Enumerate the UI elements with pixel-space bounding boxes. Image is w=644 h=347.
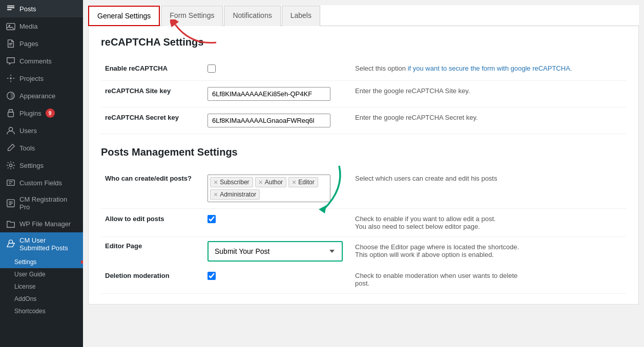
allow-edit-help: Check to enable if you want to allow edi…	[347, 209, 626, 237]
editor-page-label: Editor Page	[105, 242, 142, 250]
svg-rect-9	[9, 110, 12, 112]
sidebar-label-media: Media	[19, 23, 37, 30]
sidebar-label-pages: Pages	[19, 40, 38, 48]
svg-point-11	[9, 164, 12, 166]
sidebar-label-custom-fields: Custom Fields	[19, 179, 62, 187]
svg-rect-2	[7, 9, 12, 10]
settings-content: reCAPTCHA Settings Enable reCAPTCHA Sele…	[88, 26, 639, 305]
who-can-create-label: Who can create/edit posts?	[101, 168, 203, 209]
tag-author-remove[interactable]: ×	[259, 179, 263, 186]
allow-edit-label: Allow to edit posts	[101, 209, 203, 237]
sidebar-item-pages[interactable]: Pages	[0, 35, 83, 52]
sidebar-sub-shortcodes[interactable]: Shortcodes	[0, 305, 83, 317]
main-content: General Settings Form Settings Notificat…	[83, 0, 644, 347]
sidebar-item-plugins[interactable]: Plugins 9	[0, 104, 83, 122]
sidebar-label-plugins: Plugins	[19, 110, 41, 117]
allow-edit-checkbox[interactable]	[207, 215, 216, 223]
editor-page-help: Choose the Editor page where is located …	[347, 237, 626, 266]
posts-management-section-title: Posts Management Settings	[101, 146, 626, 158]
deletion-moderation-checkbox[interactable]	[207, 272, 216, 280]
sidebar-item-posts[interactable]: Posts	[0, 0, 83, 17]
sidebar-item-custom-fields[interactable]: Custom Fields	[0, 174, 83, 191]
allow-edit-row: Allow to edit posts Check to enable if y…	[101, 209, 626, 237]
sidebar-label-users: Users	[19, 127, 37, 135]
secret-key-row: reCAPTCHA Secret key Enter the google re…	[101, 107, 626, 134]
svg-point-10	[9, 127, 12, 131]
sidebar: Posts Media Pages Comments Projects Appe…	[0, 0, 83, 347]
secret-key-label: reCAPTCHA Secret key	[101, 107, 203, 134]
sidebar-item-comments[interactable]: Comments	[0, 52, 83, 70]
site-key-label: reCAPTCHA Site key	[101, 81, 203, 107]
sidebar-item-users[interactable]: Users	[0, 122, 83, 139]
tag-author: × Author	[255, 177, 287, 187]
sidebar-item-tools[interactable]: Tools	[0, 139, 83, 157]
enable-recaptcha-row: Enable reCAPTCHA Select this option if y…	[101, 58, 626, 81]
deletion-moderation-row: Deletion moderation Check to enable mode…	[101, 266, 626, 294]
sidebar-label-comments: Comments	[19, 57, 52, 65]
enable-recaptcha-label: Enable reCAPTCHA	[101, 58, 203, 81]
sidebar-sub-settings[interactable]: Settings	[0, 256, 83, 268]
tabs-container: General Settings Form Settings Notificat…	[88, 5, 639, 26]
enable-recaptcha-checkbox[interactable]	[207, 64, 216, 73]
plugins-badge: 9	[46, 109, 55, 118]
deletion-moderation-help: Check to enable moderation when user wan…	[347, 266, 626, 294]
svg-rect-0	[7, 6, 14, 7]
tab-general-settings[interactable]: General Settings	[88, 6, 160, 26]
sidebar-item-settings[interactable]: Settings	[0, 157, 83, 174]
site-key-input[interactable]	[207, 87, 330, 101]
svg-rect-1	[7, 7, 14, 8]
sidebar-item-appearance[interactable]: Appearance	[0, 87, 83, 104]
tag-administrator: × Administrator	[210, 189, 260, 200]
recaptcha-section-title: reCAPTCHA Settings	[101, 36, 626, 48]
sidebar-label-cm-user-submitted: CM User Submitted Posts	[19, 236, 77, 252]
tag-administrator-remove[interactable]: ×	[214, 191, 218, 198]
tab-form-settings[interactable]: Form Settings	[161, 6, 223, 26]
tag-editor: × Editor	[288, 177, 318, 187]
tab-labels[interactable]: Labels	[282, 6, 320, 26]
sidebar-item-projects[interactable]: Projects	[0, 70, 83, 87]
settings-red-arrow	[81, 257, 83, 267]
svg-point-7	[10, 77, 12, 79]
enable-recaptcha-help: Select this option if you want to secure…	[347, 58, 626, 81]
sidebar-label-cm-registration: CM Registration Pro	[19, 196, 77, 211]
secret-key-help: Enter the google reCAPTCHA Secret key.	[347, 107, 626, 134]
sidebar-item-cm-user-submitted[interactable]: CM User Submitted Posts	[0, 232, 83, 256]
svg-rect-6	[9, 45, 11, 45]
secret-key-input[interactable]	[207, 114, 330, 127]
sidebar-label-appearance: Appearance	[19, 92, 55, 100]
tag-subscriber-remove[interactable]: ×	[214, 179, 218, 186]
sidebar-sub-addons[interactable]: AddOns	[0, 293, 83, 305]
site-key-help: Enter the google reCAPTCHA Site key.	[347, 81, 626, 107]
svg-rect-5	[9, 43, 12, 44]
tab-notifications[interactable]: Notifications	[224, 6, 280, 26]
editor-page-row: Editor Page Submit Your Post Choose the …	[101, 237, 626, 266]
who-can-create-help: Select which users can create and edit h…	[347, 168, 626, 209]
editor-page-select[interactable]: Submit Your Post	[211, 244, 340, 258]
sidebar-item-media[interactable]: Media	[0, 17, 83, 35]
sidebar-label-tools: Tools	[19, 144, 35, 152]
sidebar-item-cm-registration[interactable]: CM Registration Pro	[0, 191, 83, 215]
sidebar-sub-user-guide[interactable]: User Guide	[0, 268, 83, 280]
sidebar-label-projects: Projects	[19, 75, 44, 82]
editor-page-select-wrapper: Submit Your Post	[207, 241, 343, 262]
role-tags-container: × Subscriber × Author × Editor ×	[207, 175, 330, 202]
posts-management-table: Who can create/edit posts? × Subscriber …	[101, 168, 626, 294]
svg-rect-12	[7, 180, 14, 186]
deletion-moderation-label: Deletion moderation	[101, 266, 203, 294]
sidebar-sub-license[interactable]: License	[0, 280, 83, 293]
recaptcha-settings-table: Enable reCAPTCHA Select this option if y…	[101, 58, 626, 134]
sidebar-label-wp-file-manager: WP File Manager	[19, 220, 71, 228]
site-key-row: reCAPTCHA Site key Enter the google reCA…	[101, 81, 626, 107]
sidebar-label-settings: Settings	[19, 162, 44, 169]
sidebar-item-wp-file-manager[interactable]: WP File Manager	[0, 215, 83, 232]
tag-editor-remove[interactable]: ×	[292, 179, 296, 186]
who-can-create-row: Who can create/edit posts? × Subscriber …	[101, 168, 626, 209]
tag-subscriber: × Subscriber	[210, 177, 253, 187]
sidebar-label-posts: Posts	[19, 5, 36, 13]
